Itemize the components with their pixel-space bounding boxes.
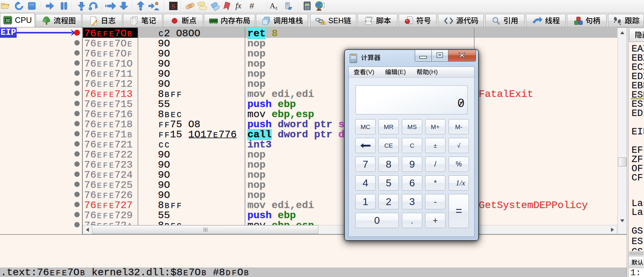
svg-text:!: ! [323,21,324,25]
svg-text:#: # [249,1,254,10]
svg-text:32: 32 [6,18,10,23]
svg-text:fx: fx [235,1,241,10]
svg-text:z: z [275,5,277,10]
svg-text:A: A [270,1,275,10]
svg-text:S: S [171,2,175,10]
svg-text:<·>: <·> [365,19,372,24]
